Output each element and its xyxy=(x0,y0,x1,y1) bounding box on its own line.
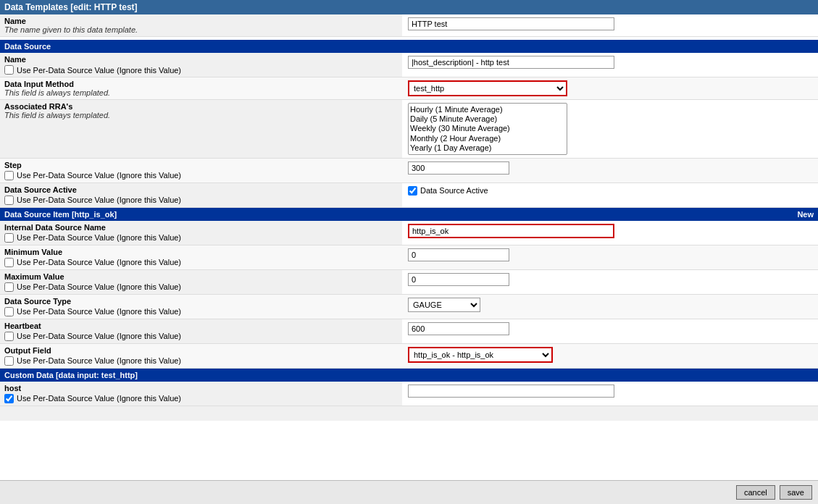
min-value-checkbox-label: Use Per-Data Source Value (Ignore this V… xyxy=(17,258,181,266)
name-input[interactable] xyxy=(408,17,614,30)
ds-active-check-label: Data Source Active xyxy=(420,186,488,195)
internal-name-input[interactable] xyxy=(408,224,614,238)
ds-active-checkbox-label: Use Per-Data Source Value (Ignore this V… xyxy=(17,196,181,204)
max-value-label: Maximum Value xyxy=(4,272,398,281)
page-title: Data Templates [edit: HTTP test] xyxy=(0,0,818,14)
rra-listbox[interactable]: Hourly (1 Minute Average) Daily (5 Minut… xyxy=(408,103,567,155)
heartbeat-checkbox-label: Use Per-Data Source Value (Ignore this V… xyxy=(17,332,181,340)
data-source-item-header: Data Source Item [http_is_ok] New xyxy=(0,208,818,221)
ds-name-label: Name xyxy=(4,55,398,64)
min-value-label: Minimum Value xyxy=(4,248,398,256)
ds-type-checkbox-label: Use Per-Data Source Value (Ignore this V… xyxy=(17,307,181,316)
output-field-checkbox-label: Use Per-Data Source Value (Ignore this V… xyxy=(17,356,181,365)
host-input[interactable] xyxy=(408,385,614,398)
data-input-method-desc: This field is always templated. xyxy=(4,88,398,97)
ds-type-select[interactable]: GAUGE COUNTER DERIVE ABSOLUTE xyxy=(408,298,480,312)
max-value-input[interactable] xyxy=(408,273,509,286)
max-value-checkbox[interactable] xyxy=(4,282,14,292)
data-input-method-label: Data Input Method xyxy=(4,80,398,88)
output-field-select[interactable]: http_is_ok - http_is_ok xyxy=(408,347,553,363)
host-label: host xyxy=(4,384,398,392)
data-source-header: Data Source xyxy=(0,40,818,53)
new-link[interactable]: New xyxy=(797,210,814,219)
custom-data-header: Custom Data [data input: test_http] xyxy=(0,369,818,382)
min-value-input[interactable] xyxy=(408,248,509,261)
ds-type-checkbox[interactable] xyxy=(4,307,14,316)
output-field-checkbox[interactable] xyxy=(4,356,14,366)
ds-name-input[interactable] xyxy=(408,56,614,69)
ds-type-label: Data Source Type xyxy=(4,297,398,306)
step-checkbox-label: Use Per-Data Source Value (Ignore this V… xyxy=(17,171,181,180)
ds-active-label: Data Source Active xyxy=(4,185,398,194)
heartbeat-input[interactable] xyxy=(408,322,509,335)
name-field-label: Name xyxy=(4,17,398,25)
ds-active-per-source-checkbox[interactable] xyxy=(4,196,14,205)
save-button[interactable]: save xyxy=(780,485,812,500)
rra-desc: This field is always templated. xyxy=(4,111,398,119)
bottom-bar: cancel save xyxy=(0,480,818,504)
host-checkbox[interactable] xyxy=(4,394,14,403)
heartbeat-checkbox[interactable] xyxy=(4,332,14,341)
rra-label: Associated RRA's xyxy=(4,102,398,111)
max-value-checkbox-label: Use Per-Data Source Value (Ignore this V… xyxy=(17,282,181,291)
ds-name-checkbox[interactable] xyxy=(4,65,14,75)
name-field-desc: The name given to this data template. xyxy=(4,25,398,34)
step-input[interactable] xyxy=(408,161,509,175)
ds-active-checkbox[interactable] xyxy=(408,186,417,196)
step-checkbox[interactable] xyxy=(4,171,14,180)
cancel-button[interactable]: cancel xyxy=(736,485,775,500)
step-label: Step xyxy=(4,161,398,169)
min-value-checkbox[interactable] xyxy=(4,258,14,267)
output-field-label: Output Field xyxy=(4,346,398,355)
data-input-method-select[interactable]: test_http xyxy=(408,80,567,96)
heartbeat-label: Heartbeat xyxy=(4,322,398,330)
internal-name-checkbox[interactable] xyxy=(4,233,14,243)
internal-name-label: Internal Data Source Name xyxy=(4,223,398,232)
internal-name-checkbox-label: Use Per-Data Source Value (Ignore this V… xyxy=(17,233,181,242)
host-checkbox-label: Use Per-Data Source Value (Ignore this V… xyxy=(17,394,181,403)
ds-name-checkbox-label: Use Per-Data Source Value (Ignore this V… xyxy=(17,66,181,75)
